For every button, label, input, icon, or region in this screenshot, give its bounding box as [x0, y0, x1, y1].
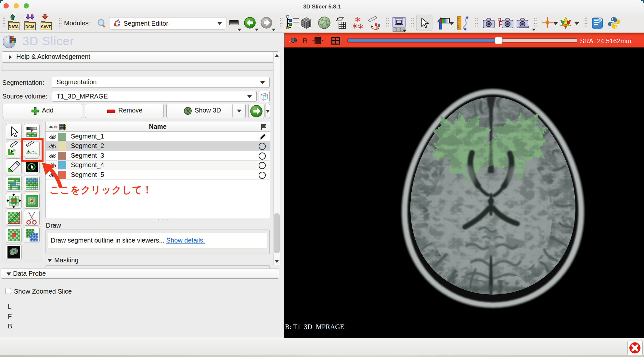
svg-text:Segment Editor: Segment Editor [123, 20, 168, 27]
svg-text:DATA: DATA [8, 25, 19, 29]
svg-text:R: R [303, 37, 307, 44]
svg-text:DCM: DCM [25, 25, 34, 29]
svg-text:SAVE: SAVE [41, 25, 51, 29]
svg-text:SRA: 24.5162mm: SRA: 24.5162mm [580, 37, 631, 45]
svg-text:Modules:: Modules: [64, 20, 90, 27]
